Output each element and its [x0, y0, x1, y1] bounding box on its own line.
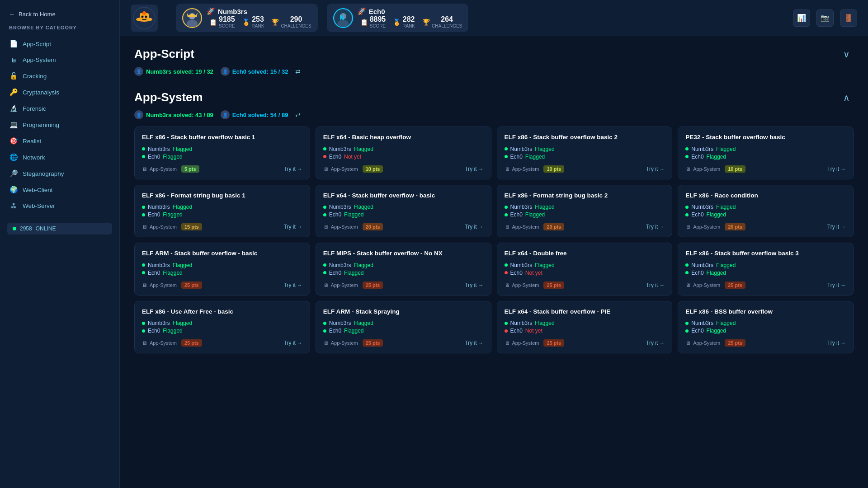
pts-badge: 25 pts	[363, 282, 383, 289]
try-it-link[interactable]: Try it →	[465, 282, 483, 288]
sidebar-item-cracking[interactable]: 🔓 Cracking	[0, 68, 119, 84]
try-it-link[interactable]: Try it →	[646, 166, 665, 172]
challenge-title: ELF x64 - Double free	[505, 249, 665, 258]
online-count: 2958	[20, 225, 32, 232]
challenge-title: ELF x86 - Format string bug basic 1	[142, 192, 302, 200]
category-icon: 🖥	[323, 282, 328, 288]
card-footer: 🖥 App-System 15 pts Try it →	[142, 223, 302, 230]
card-category: 🖥 App-System 25 pts	[685, 282, 745, 289]
back-link[interactable]: ← Back to Home	[0, 7, 119, 25]
challenges-grid-app-system: ELF x86 - Stack buffer overflow basic 1 …	[134, 127, 854, 353]
try-it-link[interactable]: Try it →	[284, 224, 302, 230]
challenge-card[interactable]: PE32 - Stack buffer overflow basic Numb3…	[678, 127, 854, 179]
numb3rs-flag-name: Numb3rs	[691, 146, 713, 152]
card-category: 🖥 App-System 25 pts	[685, 339, 745, 347]
challenge-card[interactable]: ELF x64 - Stack buffer overflow - basic …	[316, 185, 491, 238]
sidebar-item-realist[interactable]: 🎯 Realist	[0, 133, 119, 149]
numb3rs-flag-row: Numb3rs Flagged	[685, 320, 846, 326]
challenge-card[interactable]: ELF x86 - Format string bug basic 2 Numb…	[497, 185, 673, 238]
try-it-link[interactable]: Try it →	[827, 166, 846, 172]
ech0-flag-dot	[142, 155, 145, 158]
pts-badge: 20 pts	[725, 223, 745, 230]
sidebar-item-steganography[interactable]: 🔎 Steganography	[0, 165, 119, 182]
try-it-link[interactable]: Try it →	[465, 166, 483, 172]
try-it-link[interactable]: Try it →	[827, 282, 846, 288]
card-category: 🖥 App-System 25 pts	[505, 339, 565, 347]
challenge-title: ELF x86 - Stack buffer overflow basic 3	[685, 249, 846, 258]
sidebar-item-forensic[interactable]: 🔬 Forensic	[0, 100, 119, 117]
try-it-link[interactable]: Try it →	[646, 224, 665, 230]
app-script-icon: 📄	[9, 40, 18, 48]
sidebar-item-web-client[interactable]: 🌍 Web-Client	[0, 182, 119, 198]
sidebar-item-cryptanalysis[interactable]: 🔑 Cryptanalysis	[0, 84, 119, 100]
player1-stats: 📋 9185 Score 🏅 253 Rank	[209, 15, 311, 28]
sidebar-label-network: Network	[23, 154, 45, 161]
sidebar: ← Back to Home Browse by category 📄 App-…	[0, 0, 120, 488]
try-it-link[interactable]: Try it →	[284, 166, 302, 172]
ech0-flag-name: Ech0	[148, 211, 160, 218]
ech0-flag-name: Ech0	[329, 270, 341, 276]
content-area: App-Script∨ 👤 Numb3rs solved: 19 / 32 👤 …	[120, 36, 868, 488]
challenge-card[interactable]: ELF x64 - Stack buffer overflow - PIE Nu…	[497, 301, 673, 354]
challenge-card[interactable]: ELF ARM - Stack Spraying Numb3rs Flagged…	[316, 301, 491, 354]
try-it-link[interactable]: Try it →	[646, 340, 665, 346]
logout-button[interactable]: 🚪	[840, 9, 857, 27]
try-it-link[interactable]: Try it →	[827, 224, 846, 230]
try-it-link[interactable]: Try it →	[284, 282, 302, 288]
challenge-card[interactable]: ELF x86 - BSS buffer overflow Numb3rs Fl…	[678, 301, 854, 354]
numb3rs-flag-dot	[323, 206, 326, 209]
score2-icon: 📋	[360, 19, 368, 26]
card-category: 🖥 App-System 25 pts	[505, 282, 565, 289]
challenge-card[interactable]: ELF x86 - Format string bug basic 1 Numb…	[134, 185, 310, 238]
card-footer: 🖥 App-System 25 pts Try it →	[323, 339, 484, 347]
numb3rs-flag-status: Flagged	[535, 262, 554, 268]
sidebar-item-app-system[interactable]: 🖥 App-System	[0, 52, 119, 68]
sidebar-item-programming[interactable]: 💻 Programming	[0, 117, 119, 133]
challenge-card[interactable]: ELF ARM - Stack buffer overflow - basic …	[134, 243, 310, 296]
challenge-card[interactable]: ELF x64 - Double free Numb3rs Flagged Ec…	[497, 243, 673, 296]
challenge-card[interactable]: ELF x86 - Stack buffer overflow basic 3 …	[678, 243, 854, 296]
network-icon: 🌐	[9, 153, 18, 161]
section-collapse-app-script[interactable]: ∨	[840, 47, 854, 61]
category-icon: 🖥	[323, 340, 328, 346]
section-collapse-app-system[interactable]: ∧	[840, 90, 854, 105]
try-it-link[interactable]: Try it →	[284, 340, 302, 346]
numb3rs-flag-dot	[505, 147, 508, 150]
numb3rs-flag-status: Flagged	[716, 146, 736, 152]
ech0-flag-row: Ech0 Not yet	[323, 154, 484, 160]
compare-icon-app-script[interactable]: ⇄	[295, 68, 301, 75]
challenge-card[interactable]: ELF x86 - Race condition Numb3rs Flagged…	[678, 185, 854, 238]
sidebar-item-web-server[interactable]: 🖧 Web-Server	[0, 198, 119, 214]
ech0-flag-row: Ech0 Flagged	[685, 328, 846, 334]
ech0-flag-row: Ech0 Flagged	[505, 211, 665, 218]
challenge-title: ELF x86 - BSS buffer overflow	[685, 308, 846, 316]
ech0-flag-row: Ech0 Not yet	[505, 328, 665, 334]
challenges2-icon: 🏆	[422, 19, 430, 26]
numb3rs-flag-status: Flagged	[354, 146, 373, 152]
arrow-right-icon: →	[297, 224, 302, 230]
sidebar-item-network[interactable]: 🌐 Network	[0, 149, 119, 165]
try-it-link[interactable]: Try it →	[827, 340, 846, 346]
section-title-app-system: App-System	[134, 90, 203, 104]
sidebar-item-app-script[interactable]: 📄 App-Script	[0, 36, 119, 52]
online-dot	[13, 227, 16, 230]
card-category: 🖥 App-System 5 pts	[142, 165, 199, 173]
challenge-card[interactable]: ELF x86 - Stack buffer overflow basic 2 …	[497, 127, 673, 179]
realist-icon: 🎯	[9, 137, 18, 145]
challenge-card[interactable]: ELF x86 - Stack buffer overflow basic 1 …	[134, 127, 310, 179]
ech0-flag-status: Flagged	[163, 154, 182, 160]
pts-badge: 25 pts	[543, 339, 564, 347]
numb3rs-flag-dot	[505, 322, 508, 325]
challenge-card[interactable]: ELF MIPS - Stack buffer overflow - No NX…	[316, 243, 491, 296]
try-it-link[interactable]: Try it →	[465, 340, 483, 346]
try-it-link[interactable]: Try it →	[465, 224, 483, 230]
cryptanalysis-icon: 🔑	[9, 88, 18, 96]
challenge-card[interactable]: ELF x64 - Basic heap overflow Numb3rs Fl…	[316, 127, 491, 179]
player2-score-block: 📋 8895 Score	[360, 15, 386, 28]
chart-button[interactable]: 📊	[793, 9, 810, 27]
compare-icon-app-system[interactable]: ⇄	[295, 111, 301, 118]
camera-button[interactable]: 📷	[816, 9, 834, 27]
arrow-right-icon: →	[478, 224, 484, 230]
try-it-link[interactable]: Try it →	[646, 282, 665, 288]
challenge-card[interactable]: ELF x86 - Use After Free - basic Numb3rs…	[134, 301, 310, 354]
